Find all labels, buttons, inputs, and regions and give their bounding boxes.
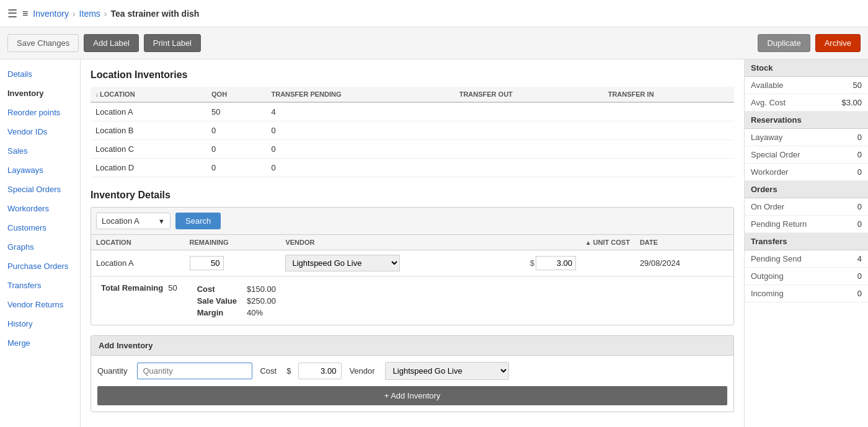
- incoming-value: 0: [857, 289, 862, 298]
- sidebar-item-reorder-points[interactable]: Reorder points: [0, 103, 80, 122]
- location-dropdown[interactable]: Location A ▼: [96, 213, 170, 229]
- inventory-details-heading: Inventory Details: [91, 190, 734, 201]
- stock-header: Stock: [745, 59, 868, 77]
- row-ti-a: [603, 102, 734, 121]
- table-row: Location C 0 0: [91, 140, 734, 159]
- quantity-label: Quantity: [97, 366, 127, 376]
- nav-icon: ≡: [22, 8, 28, 19]
- sidebar-item-history[interactable]: History: [0, 314, 80, 333]
- archive-button[interactable]: Archive: [815, 34, 861, 52]
- available-row: Available 50: [745, 77, 868, 94]
- sort-up-icon: ▲: [585, 239, 591, 246]
- sidebar: Details Inventory Reorder points Vendor …: [0, 59, 81, 427]
- special-order-label: Special Order: [751, 150, 800, 159]
- cost-input-add[interactable]: [298, 363, 342, 379]
- row-location-a: Location A: [91, 102, 206, 121]
- location-dropdown-value: Location A: [102, 216, 140, 226]
- sidebar-item-details[interactable]: Details: [0, 64, 80, 84]
- right-panel: Stock Available 50 Avg. Cost $3.00 Reser…: [744, 59, 868, 427]
- sale-value-label: Sale Value: [197, 295, 247, 307]
- breadcrumb-inventory[interactable]: Inventory: [33, 9, 69, 19]
- location-inventories-table: ↓LOCATION QOH TRANSFER PENDING TRANSFER …: [91, 87, 734, 177]
- sidebar-item-sales[interactable]: Sales: [0, 141, 80, 161]
- add-inventory-body: Quantity Cost $ Vendor Lightspeed Go Liv…: [91, 356, 733, 386]
- unit-cost-input[interactable]: [536, 256, 576, 270]
- unit-cost-input-group: $: [530, 256, 630, 270]
- row-qoh-c: 0: [206, 140, 266, 159]
- table-row: Location A 50 4: [91, 102, 734, 121]
- row-ti-d: [603, 159, 734, 177]
- on-order-row: On Order 0: [745, 198, 868, 216]
- chevron-down-icon: ▼: [158, 218, 165, 225]
- add-label-button[interactable]: Add Label: [84, 34, 139, 52]
- top-bar: ☰ ≡ Inventory › Items › Tea strainer wit…: [0, 0, 868, 27]
- special-order-row: Special Order 0: [745, 146, 868, 164]
- save-changes-button[interactable]: Save Changes: [7, 34, 79, 52]
- vendor-select-add[interactable]: Lightspeed Go Live: [385, 362, 509, 380]
- sidebar-item-transfers[interactable]: Transfers: [0, 276, 80, 295]
- detail-vendor: Lightspeed Go Live: [280, 250, 525, 276]
- cost-value: $150.00: [247, 283, 276, 295]
- detail-date: 29/08/2024: [635, 250, 733, 276]
- sidebar-item-workorders[interactable]: Workorders: [0, 199, 80, 218]
- sidebar-item-layaways[interactable]: Layaways: [0, 161, 80, 180]
- available-label: Available: [751, 81, 784, 90]
- remaining-input[interactable]: [190, 256, 224, 270]
- layaway-value: 0: [857, 133, 862, 142]
- detail-location: Location A: [91, 250, 185, 276]
- col-qoh: QOH: [206, 87, 266, 102]
- add-inventory-header: Add Inventory: [91, 336, 733, 356]
- sort-arrow: ↓: [95, 91, 99, 98]
- row-qoh-a: 50: [206, 102, 266, 121]
- incoming-row: Incoming 0: [745, 285, 868, 302]
- row-to-b: [454, 121, 603, 140]
- breadcrumb: Inventory › Items › Tea strainer with di…: [33, 9, 199, 19]
- col-transfer-out: TRANSFER OUT: [454, 87, 603, 102]
- row-qoh-d: 0: [206, 159, 266, 177]
- main-layout: Details Inventory Reorder points Vendor …: [0, 59, 868, 427]
- margin-label: Margin: [197, 307, 247, 319]
- sidebar-item-purchase-orders[interactable]: Purchase Orders: [0, 257, 80, 276]
- search-button[interactable]: Search: [175, 213, 221, 229]
- quantity-input[interactable]: [137, 363, 252, 379]
- layaway-row: Layaway 0: [745, 129, 868, 146]
- sidebar-item-special-orders[interactable]: Special Orders: [0, 180, 80, 199]
- reservations-header: Reservations: [745, 112, 868, 129]
- sidebar-item-merge[interactable]: Merge: [0, 333, 80, 353]
- row-ti-b: [603, 121, 734, 140]
- row-ti-c: [603, 140, 734, 159]
- summary-table: Cost $150.00 Sale Value $250.00 Margin 4…: [197, 283, 276, 319]
- row-location-d: Location D: [91, 159, 206, 177]
- action-bar-right: Duplicate Archive: [758, 34, 861, 52]
- location-inventories-heading: Location Inventories: [91, 69, 734, 81]
- vendor-select[interactable]: Lightspeed Go Live: [285, 255, 400, 271]
- sidebar-item-customers[interactable]: Customers: [0, 218, 80, 237]
- breadcrumb-items[interactable]: Items: [79, 9, 100, 19]
- orders-header: Orders: [745, 181, 868, 198]
- sidebar-item-inventory[interactable]: Inventory: [0, 84, 80, 103]
- print-label-button[interactable]: Print Label: [144, 34, 201, 52]
- action-bar: Save Changes Add Label Print Label Dupli…: [0, 27, 868, 59]
- detail-col-date: DATE: [635, 235, 733, 250]
- add-inventory-button[interactable]: + Add Inventory: [97, 386, 727, 405]
- detail-col-remaining: REMAINING: [185, 235, 281, 250]
- table-row: Location B 0 0: [91, 121, 734, 140]
- sidebar-item-vendor-ids[interactable]: Vendor IDs: [0, 122, 80, 141]
- dollar-sign-add: $: [286, 366, 291, 376]
- table-row: Location D 0 0: [91, 159, 734, 177]
- breadcrumb-current: Tea strainer with dish: [111, 9, 200, 19]
- row-location-c: Location C: [91, 140, 206, 159]
- duplicate-button[interactable]: Duplicate: [758, 34, 810, 52]
- menu-icon[interactable]: ☰: [7, 7, 17, 20]
- sidebar-item-graphs[interactable]: Graphs: [0, 237, 80, 257]
- pending-return-label: Pending Return: [751, 219, 807, 229]
- workorder-row: Workorder 0: [745, 164, 868, 181]
- outgoing-value: 0: [857, 271, 862, 281]
- row-location-b: Location B: [91, 121, 206, 140]
- row-to-a: [454, 102, 603, 121]
- detail-table-row: Location A Lightspeed Go Live $: [91, 250, 733, 276]
- sidebar-item-vendor-returns[interactable]: Vendor Returns: [0, 295, 80, 314]
- breadcrumb-sep1: ›: [73, 9, 76, 19]
- row-to-d: [454, 159, 603, 177]
- margin-value: 40%: [247, 307, 276, 319]
